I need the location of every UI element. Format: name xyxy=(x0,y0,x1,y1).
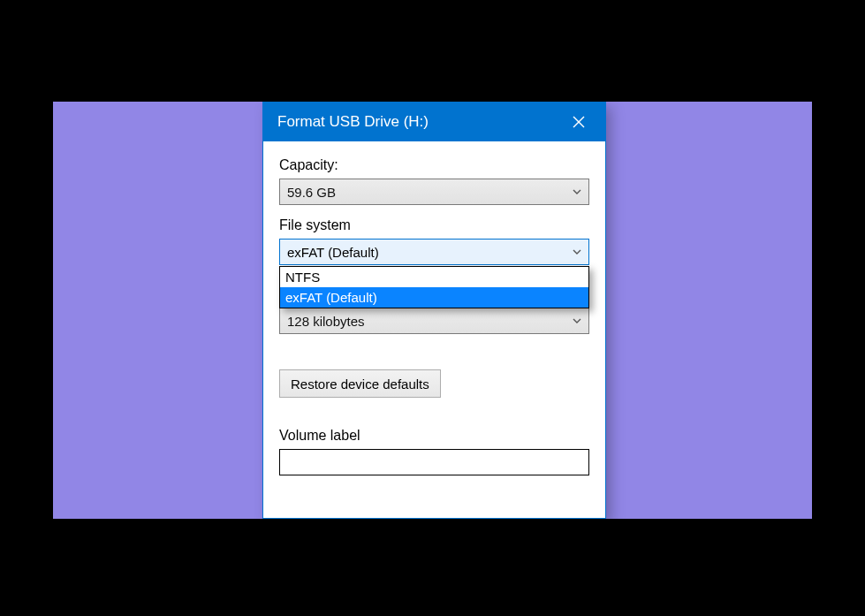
file-system-selected: exFAT (Default) xyxy=(287,245,379,260)
titlebar: Format USB Drive (H:) xyxy=(263,103,605,141)
format-dialog: Format USB Drive (H:) Capacity: 59.6 GB xyxy=(262,102,606,519)
volume-label-text: Volume label xyxy=(279,428,360,444)
file-system-option-ntfs[interactable]: NTFS xyxy=(280,267,588,287)
capacity-value: 59.6 GB xyxy=(287,185,336,200)
file-system-combo[interactable]: exFAT (Default) xyxy=(279,239,589,265)
window-title: Format USB Drive (H:) xyxy=(277,113,429,131)
close-button[interactable] xyxy=(563,106,595,138)
dialog-body: Capacity: 59.6 GB File system exFAT (Def… xyxy=(263,141,605,265)
allocation-combo[interactable]: 128 kilobytes xyxy=(279,308,589,334)
capacity-label: Capacity: xyxy=(279,157,589,173)
file-system-dropdown: NTFS exFAT (Default) xyxy=(279,266,589,308)
chevron-down-icon xyxy=(571,186,583,198)
file-system-label: File system xyxy=(279,217,589,233)
chevron-down-icon xyxy=(571,246,583,258)
capacity-combo[interactable]: 59.6 GB xyxy=(279,179,589,205)
allocation-value: 128 kilobytes xyxy=(287,314,365,329)
restore-defaults-button[interactable]: Restore device defaults xyxy=(279,369,441,398)
close-icon xyxy=(573,116,585,128)
chevron-down-icon xyxy=(571,315,583,327)
volume-label-input[interactable] xyxy=(279,449,589,475)
file-system-option-exfat[interactable]: exFAT (Default) xyxy=(280,287,588,308)
desktop-background: Format USB Drive (H:) Capacity: 59.6 GB xyxy=(53,102,812,519)
restore-defaults-label: Restore device defaults xyxy=(291,376,429,392)
